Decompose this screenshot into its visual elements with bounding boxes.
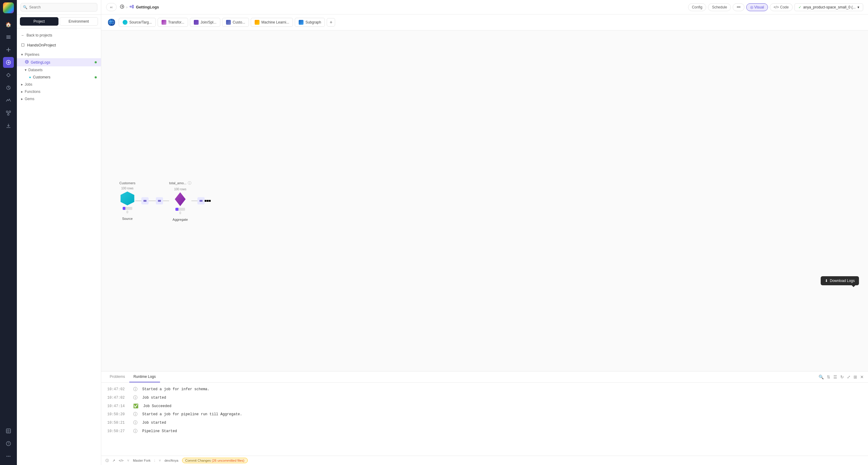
log-time: 10:47:02 xyxy=(107,387,128,391)
output-line-right xyxy=(205,200,211,202)
project-icon: ☐ xyxy=(21,43,25,47)
code-icon: </> xyxy=(774,5,779,9)
nav-icon-download[interactable] xyxy=(3,120,14,131)
tree-section-functions[interactable]: ▸ Functions xyxy=(17,88,101,95)
branch-selector[interactable]: ✓ anya_product-space_small_0 (... ▾ xyxy=(795,3,863,11)
svg-rect-8 xyxy=(9,111,10,113)
status-branch-icon: ⑂ xyxy=(127,459,129,462)
search-input[interactable] xyxy=(21,3,97,11)
aggregate-bottom-label: Aggregate xyxy=(173,218,188,221)
aggregate-node-inner: 100 rows 0 xyxy=(173,187,188,215)
svg-rect-34 xyxy=(199,200,203,202)
schedule-button[interactable]: Schedule xyxy=(708,3,731,11)
comp-transform-button[interactable]: Transfor... xyxy=(158,18,188,27)
nav-icon-datasets[interactable] xyxy=(3,32,14,42)
log-success-icon: ✅ xyxy=(133,404,138,409)
nav-icon-more[interactable] xyxy=(3,451,14,462)
svg-text:?: ? xyxy=(7,442,9,445)
log-time: 10:47:14 xyxy=(107,404,128,408)
tab-runtime-logs[interactable]: Runtime Logs xyxy=(129,372,160,382)
aggregate-node-label: total_amo... xyxy=(169,181,186,185)
nav-icon-home[interactable]: 🏠 xyxy=(3,19,14,30)
tab-environment[interactable]: Environment xyxy=(60,17,98,26)
log-message: Pipeline Started xyxy=(142,429,177,433)
commit-changes-badge[interactable]: Commit Changes (26 uncommitted files) xyxy=(182,458,248,463)
info-icon: ⓘ xyxy=(188,181,191,186)
sort-logs-icon[interactable]: ⇅ xyxy=(827,375,830,379)
svg-point-19 xyxy=(7,456,7,457)
code-button[interactable]: </> Code xyxy=(770,3,793,11)
comp-ml-button[interactable]: Machine Learni... xyxy=(251,18,293,27)
config-button[interactable]: Config xyxy=(688,3,707,11)
filter-logs-icon[interactable]: ☰ xyxy=(833,375,837,379)
comp-subgraph-button[interactable]: Subgraph xyxy=(295,18,325,27)
comp-source-target-button[interactable]: Source/Targ... xyxy=(119,18,156,27)
svg-line-27 xyxy=(131,6,132,7)
source-stats-bar xyxy=(123,207,132,210)
dev-branch-icon: ⑂ xyxy=(159,459,161,462)
search-logs-icon[interactable]: 🔍 xyxy=(818,375,824,379)
nav-icon-history[interactable] xyxy=(3,82,14,93)
tree-section-jobs[interactable]: ▸ Jobs xyxy=(17,81,101,88)
nav-icon-pipelines[interactable] xyxy=(3,57,14,68)
nav-icon-tags[interactable] xyxy=(3,70,14,81)
svg-rect-1 xyxy=(6,37,10,37)
log-time: 10:47:02 xyxy=(107,396,128,400)
svg-point-26 xyxy=(132,7,133,8)
log-time: 10:50:27 xyxy=(107,429,128,433)
settings-logs-icon[interactable]: ⊞ xyxy=(854,375,857,379)
comp-join-split-button[interactable]: Join/Spl... xyxy=(190,18,220,27)
output-dot xyxy=(197,197,205,204)
download-logs-button[interactable]: ⬇ Download Logs xyxy=(821,276,859,285)
svg-point-29 xyxy=(108,19,115,26)
close-logs-icon[interactable]: ✕ xyxy=(860,375,864,379)
aggregate-node[interactable]: total_amo... ⓘ 100 rows 0 Aggregate xyxy=(169,181,191,221)
top-bar: ‹‹ › GettingLogs Config Schedule ••• ◎ V… xyxy=(101,0,868,14)
source-target-icon xyxy=(123,20,127,25)
add-icon: + xyxy=(330,20,333,25)
nav-icon-table[interactable] xyxy=(3,426,14,436)
chevron-down-icon: ▾ xyxy=(21,53,23,57)
add-component-button[interactable]: + xyxy=(327,18,335,27)
sidebar-tab-switcher: Project Environment xyxy=(17,15,101,28)
aggregate-rows: 100 rows xyxy=(174,187,187,191)
log-info-icon: ⓘ xyxy=(133,386,137,392)
nav-icon-add[interactable] xyxy=(3,44,14,55)
tree-item-customers[interactable]: ● Customers xyxy=(17,74,101,81)
pipeline-flows-icon xyxy=(129,4,134,10)
back-arrow-icon: ← xyxy=(21,33,25,37)
source-shape xyxy=(120,191,135,206)
connector-line xyxy=(135,197,169,204)
icon-sidebar: 🏠 ? xyxy=(0,0,17,465)
tab-problems[interactable]: Problems xyxy=(105,372,129,382)
refresh-logs-icon[interactable]: ↻ xyxy=(840,375,844,379)
more-button[interactable]: ••• xyxy=(733,3,744,11)
tree-section-datasets[interactable]: ▾ Datasets xyxy=(17,66,101,74)
log-row: 10:50:27 ⓘ Pipeline Started xyxy=(101,427,868,435)
svg-point-25 xyxy=(132,5,133,6)
svg-rect-2 xyxy=(6,38,10,38)
collapse-sidebar-button[interactable]: ‹‹ xyxy=(106,3,117,11)
nav-icon-pulse[interactable] xyxy=(3,95,14,106)
pipeline-toolbar-icon xyxy=(106,17,117,28)
visual-button[interactable]: ◎ Visual xyxy=(746,3,768,11)
tree-section-gems[interactable]: ▸ Gems xyxy=(17,95,101,103)
back-to-projects-link[interactable]: ← Back to projects xyxy=(17,31,101,39)
tab-project[interactable]: Project xyxy=(20,17,59,26)
log-row: 10:47:14 ✅ Job Succeeded xyxy=(101,402,868,410)
tree-item-getting-logs[interactable]: GettingLogs xyxy=(17,58,101,66)
comp-custom-button[interactable]: Custo... xyxy=(222,18,249,27)
source-bar-value: 0 xyxy=(127,210,128,214)
status-trend-icon: ↗ xyxy=(113,459,115,463)
tree-section-pipelines[interactable]: ▾ Pipelines xyxy=(17,51,101,58)
nav-icon-graph[interactable] xyxy=(3,108,14,118)
search-icon: 🔍 xyxy=(23,5,27,9)
nav-icon-help[interactable]: ? xyxy=(3,438,14,449)
source-node[interactable]: Customers 100 rows 0 Source xyxy=(119,181,135,221)
expand-logs-icon[interactable]: ⤢ xyxy=(847,375,850,379)
log-row: 10:47:02 ⓘ Job started xyxy=(101,394,868,402)
log-row: 10:47:02 ⓘ Started a job for infer schem… xyxy=(101,385,868,394)
connector-dot-right xyxy=(156,197,163,204)
logs-content: 10:47:02 ⓘ Started a job for infer schem… xyxy=(101,383,868,456)
connector-line-left xyxy=(135,201,141,201)
